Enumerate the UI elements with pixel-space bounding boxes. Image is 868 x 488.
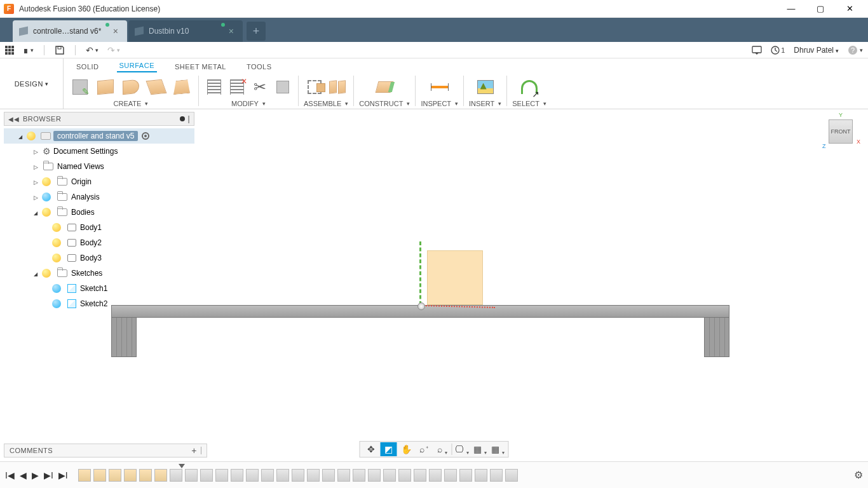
- help-icon[interactable]: ? ▾: [848, 45, 863, 55]
- close-button[interactable]: ✕: [835, 0, 864, 18]
- group-label[interactable]: INSPECT▾: [421, 100, 458, 109]
- timeline-feature[interactable]: [490, 469, 503, 482]
- ribbon-tab-solid[interactable]: SOLID: [74, 61, 102, 72]
- comments-panel[interactable]: COMMENTS +: [4, 444, 207, 458]
- timeline-feature[interactable]: [368, 469, 381, 482]
- timeline-feature[interactable]: [185, 469, 198, 482]
- tree-sketch1[interactable]: Sketch1: [4, 281, 194, 296]
- visibility-bulb-icon[interactable]: [42, 269, 51, 278]
- joint-icon[interactable]: [327, 77, 348, 97]
- expand-icon[interactable]: [32, 179, 39, 186]
- workspace-picker[interactable]: DESIGN▾: [0, 58, 64, 109]
- tree-origin[interactable]: Origin: [4, 174, 194, 189]
- expand-icon[interactable]: [32, 148, 39, 155]
- browser-header[interactable]: ◀◀ BROWSER |: [4, 112, 194, 126]
- viewport-layout-icon[interactable]: ▦▾: [489, 442, 506, 456]
- timeline-feature[interactable]: [353, 469, 365, 482]
- data-panel-button[interactable]: [5, 46, 14, 55]
- timeline-feature[interactable]: [475, 469, 487, 482]
- tree-body1[interactable]: Body1: [4, 220, 194, 235]
- timeline-feature[interactable]: [124, 469, 137, 482]
- minimize-button[interactable]: —: [776, 0, 806, 18]
- tl-start-icon[interactable]: I◀: [5, 470, 15, 480]
- user-menu[interactable]: Dhruv Patel▾: [794, 46, 839, 55]
- viewcube-face[interactable]: FRONT: [829, 119, 853, 144]
- timeline-feature[interactable]: [154, 469, 167, 482]
- insert-image-icon[interactable]: [474, 76, 497, 98]
- tree-named-views[interactable]: Named Views: [4, 159, 194, 174]
- redo-button[interactable]: ↷▾: [107, 45, 120, 55]
- new-component-icon[interactable]: [304, 77, 325, 97]
- measure-icon[interactable]: [428, 76, 451, 98]
- collapse-icon[interactable]: ◀◀: [8, 116, 19, 123]
- timeline-feature[interactable]: [383, 469, 396, 482]
- model-leg-left[interactable]: [111, 318, 137, 357]
- timeline-feature[interactable]: [322, 469, 335, 482]
- orbit-icon[interactable]: ✥: [363, 442, 379, 456]
- expand-icon[interactable]: [17, 133, 24, 140]
- expand-icon[interactable]: [32, 163, 39, 170]
- visibility-bulb-icon[interactable]: [52, 238, 61, 247]
- activate-radio-icon[interactable]: [142, 132, 149, 140]
- document-tab-active[interactable]: controlle…stand v6* ×: [13, 20, 127, 42]
- timeline-feature[interactable]: [337, 469, 350, 482]
- timeline-feature[interactable]: [170, 469, 182, 482]
- ribbon-tab-surface[interactable]: SURFACE: [117, 60, 157, 72]
- offset-plane-icon[interactable]: [373, 76, 396, 98]
- timeline-feature[interactable]: [429, 469, 442, 482]
- model-block[interactable]: [427, 250, 483, 305]
- timeline-items[interactable]: [78, 469, 854, 482]
- zoom-icon[interactable]: ⌕⁺: [416, 442, 433, 456]
- visibility-bulb-icon[interactable]: [52, 223, 61, 232]
- model-geometry[interactable]: [111, 305, 729, 318]
- pan-icon[interactable]: ✋: [398, 442, 415, 456]
- timeline-feature[interactable]: [215, 469, 228, 482]
- timeline-feature[interactable]: [93, 469, 106, 482]
- tree-analysis[interactable]: Analysis: [4, 189, 194, 205]
- visibility-bulb-icon[interactable]: [42, 208, 51, 217]
- timeline-feature[interactable]: [78, 469, 91, 482]
- ribbon-tab-sheetmetal[interactable]: SHEET METAL: [172, 61, 229, 72]
- sweep-icon[interactable]: [145, 76, 168, 98]
- extrude-icon[interactable]: [94, 76, 117, 98]
- tree-bodies[interactable]: Bodies: [4, 205, 194, 220]
- tree-body3[interactable]: Body3: [4, 250, 194, 266]
- save-button[interactable]: [55, 45, 65, 55]
- tab-close-icon[interactable]: ×: [111, 26, 121, 36]
- tl-fwd-icon[interactable]: ▶I: [44, 470, 53, 480]
- add-comment-icon[interactable]: +: [191, 445, 197, 456]
- origin-point[interactable]: [417, 302, 425, 310]
- grid-settings-icon[interactable]: ▦▾: [471, 442, 488, 456]
- notifications-icon[interactable]: [752, 46, 762, 55]
- press-pull-icon[interactable]: [204, 77, 224, 97]
- trim-icon[interactable]: ✕: [227, 77, 247, 97]
- maximize-button[interactable]: ▢: [806, 0, 835, 18]
- timeline-feature[interactable]: [246, 469, 259, 482]
- loft-icon[interactable]: [170, 76, 193, 98]
- undo-button[interactable]: ↶▾: [86, 45, 98, 55]
- timeline-feature[interactable]: [505, 469, 518, 482]
- expand-icon[interactable]: [32, 270, 39, 277]
- view-cube[interactable]: Y X Z FRONT: [825, 116, 857, 147]
- visibility-bulb-icon[interactable]: [52, 254, 61, 262]
- group-label[interactable]: ASSEMBLE▾: [304, 100, 348, 109]
- document-tab-inactive[interactable]: Dustbin v10 ×: [128, 20, 243, 42]
- tl-end-icon[interactable]: ▶I: [58, 470, 68, 480]
- tree-root[interactable]: controller and stand v5: [4, 128, 194, 144]
- visibility-bulb-icon[interactable]: [42, 177, 51, 186]
- split-icon[interactable]: [273, 77, 293, 97]
- timeline-feature[interactable]: [459, 469, 472, 482]
- tab-close-icon[interactable]: ×: [226, 26, 236, 36]
- timeline-feature[interactable]: [109, 469, 121, 482]
- timeline-feature[interactable]: [444, 469, 457, 482]
- ribbon-tab-tools[interactable]: TOOLS: [244, 61, 275, 72]
- group-label[interactable]: CONSTRUCT▾: [359, 100, 410, 109]
- new-tab-button[interactable]: +: [247, 22, 266, 41]
- tree-sketches[interactable]: Sketches: [4, 266, 194, 281]
- expand-icon[interactable]: [32, 194, 39, 201]
- expand-icon[interactable]: [32, 209, 39, 216]
- timeline-feature[interactable]: [276, 469, 289, 482]
- file-menu[interactable]: ∎▾: [23, 45, 34, 55]
- group-label[interactable]: CREATE▾: [114, 100, 149, 109]
- revolve-icon[interactable]: [119, 76, 142, 98]
